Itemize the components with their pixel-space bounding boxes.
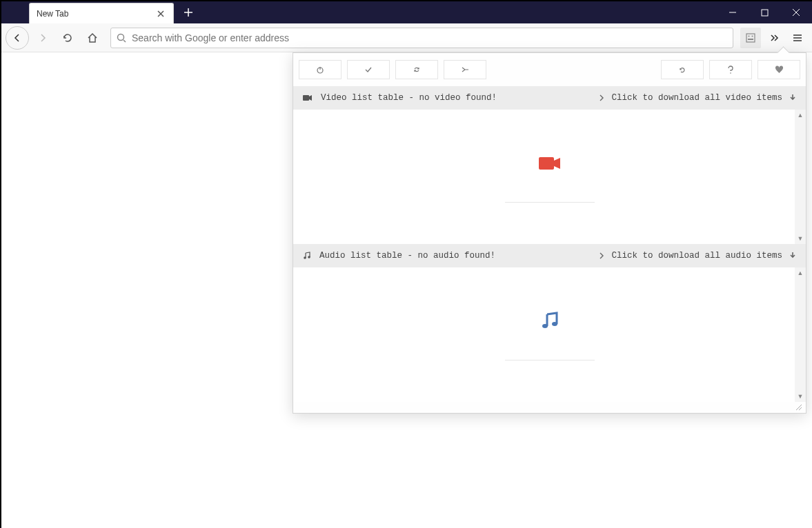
download-arrow-icon — [789, 252, 796, 260]
video-placeholder-icon — [539, 156, 561, 171]
scroll-down-icon[interactable]: ▼ — [795, 391, 806, 402]
video-header-label: Video list table - no video found! — [321, 93, 497, 103]
divider — [505, 202, 595, 203]
video-download-all-label: Click to download all video items — [611, 93, 782, 103]
close-tab-icon[interactable] — [155, 8, 166, 19]
svg-point-11 — [308, 256, 310, 258]
video-camera-icon — [303, 94, 313, 101]
svg-point-1 — [118, 34, 124, 40]
svg-rect-0 — [762, 10, 768, 16]
reload-panel-button[interactable] — [661, 60, 704, 79]
svg-point-13 — [552, 322, 557, 326]
search-icon — [117, 33, 126, 43]
minimize-button[interactable] — [717, 1, 749, 23]
audio-scrollbar[interactable]: ▲ ▼ — [795, 267, 806, 402]
window-controls — [717, 1, 812, 23]
audio-placeholder-icon — [540, 312, 560, 331]
scroll-up-icon[interactable]: ▲ — [795, 110, 806, 121]
svg-point-3 — [749, 35, 750, 37]
audio-header-label: Audio list table - no audio found! — [319, 251, 495, 261]
check-button[interactable] — [347, 60, 390, 79]
resize-handle-icon[interactable] — [795, 403, 803, 412]
svg-rect-9 — [539, 157, 554, 170]
page-content: Video list table - no video found! Click… — [1, 52, 812, 528]
svg-point-4 — [752, 35, 753, 37]
window-titlebar: New Tab — [1, 1, 812, 23]
chevron-right-icon — [599, 252, 604, 259]
scroll-up-icon[interactable]: ▲ — [795, 267, 806, 278]
chevron-right-icon — [599, 94, 604, 101]
svg-point-7 — [730, 72, 731, 74]
maximize-button[interactable] — [749, 1, 780, 23]
close-window-button[interactable] — [780, 1, 812, 23]
extension-downloader-icon[interactable] — [740, 28, 761, 48]
reload-button[interactable] — [57, 27, 79, 49]
nav-toolbar — [1, 23, 812, 52]
refresh-list-button[interactable] — [395, 60, 438, 79]
address-bar[interactable] — [110, 28, 733, 48]
extension-popup-panel: Video list table - no video found! Click… — [293, 52, 806, 414]
svg-rect-8 — [303, 95, 309, 101]
hamburger-menu-button[interactable] — [787, 28, 808, 48]
back-button[interactable] — [6, 26, 29, 50]
video-list-body: ▲ ▼ — [293, 110, 806, 244]
divider — [505, 360, 595, 361]
power-button[interactable] — [299, 60, 341, 79]
forward-button[interactable] — [32, 27, 54, 49]
svg-rect-5 — [748, 39, 753, 40]
audio-list-header: Audio list table - no audio found! Click… — [293, 244, 806, 267]
svg-rect-2 — [746, 34, 755, 42]
video-list-header: Video list table - no video found! Click… — [293, 86, 806, 110]
new-tab-button[interactable] — [178, 2, 199, 23]
help-button[interactable] — [709, 60, 752, 79]
address-input[interactable] — [132, 32, 727, 43]
merge-button[interactable] — [444, 60, 486, 79]
panel-footer — [293, 402, 806, 413]
favorite-button[interactable] — [757, 60, 800, 79]
panel-toolbar — [293, 53, 806, 86]
audio-download-all-label: Click to download all audio items — [611, 251, 782, 261]
tab-strip: New Tab — [1, 1, 199, 23]
music-note-icon — [303, 252, 311, 260]
tab-title: New Tab — [37, 9, 148, 19]
audio-list-body: ▲ ▼ — [293, 267, 806, 402]
download-all-audio-button[interactable]: Click to download all audio items — [599, 251, 796, 261]
scroll-down-icon[interactable]: ▼ — [795, 233, 806, 244]
toolbar-overflow-button[interactable] — [764, 28, 784, 48]
video-scrollbar[interactable]: ▲ ▼ — [795, 110, 806, 244]
download-all-video-button[interactable]: Click to download all video items — [599, 93, 796, 103]
home-button[interactable] — [81, 27, 103, 49]
download-arrow-icon — [789, 94, 796, 102]
browser-tab[interactable]: New Tab — [29, 3, 174, 23]
